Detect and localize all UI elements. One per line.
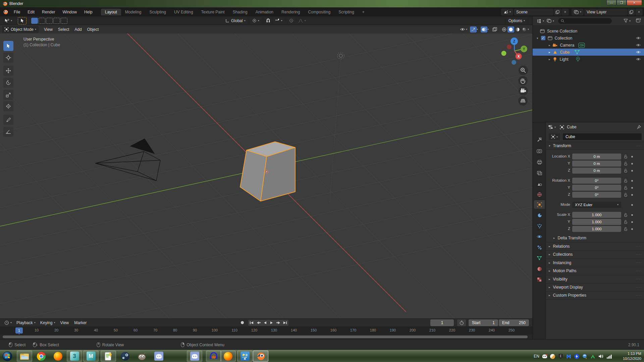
delta-transform-subpanel[interactable]: ▸ Delta Transform (546, 234, 644, 242)
taskbar-discord[interactable] (151, 351, 166, 362)
collection-expand-arrow[interactable]: ▾ (537, 37, 538, 40)
rotation-x-field[interactable]: 0° (572, 178, 621, 184)
visibility-dropdown-caret[interactable]: ▾ (466, 28, 467, 31)
animate-dot[interactable] (631, 228, 633, 230)
tab-add-workspace[interactable]: + (358, 9, 369, 15)
tab-physics[interactable] (534, 232, 545, 241)
timeline-editor-button[interactable]: ▾ (2, 319, 14, 326)
start-frame-field[interactable]: Start1 (469, 319, 498, 326)
tab-world[interactable] (534, 190, 545, 199)
outliner-row-light[interactable]: ▸ Light (533, 56, 644, 63)
orientation-gizmo[interactable]: Z Y X (501, 38, 528, 65)
proportional-falloff-dropdown[interactable]: ▾ (296, 17, 308, 24)
location-z-field[interactable]: 0 m (572, 168, 621, 174)
timeline-ruler[interactable]: 1 10 20 30 40 50 60 70 80 90 100 110 120… (0, 326, 532, 335)
play-button[interactable] (268, 320, 275, 326)
tray-volume-icon[interactable] (598, 354, 604, 359)
taskbar-firefox-2[interactable] (220, 351, 236, 362)
shading-wireframe-button[interactable] (501, 26, 507, 33)
panel-custom-properties[interactable]: ▸ Custom Properties ···· (546, 291, 644, 300)
panel-collections[interactable]: ▸ Collections ···· (546, 250, 644, 259)
next-keyframe-button[interactable] (275, 320, 282, 326)
tab-scripting[interactable]: Scripting (334, 9, 358, 15)
tab-sculpting[interactable]: Sculpting (146, 9, 170, 15)
tab-object[interactable] (534, 200, 545, 209)
minimize-button[interactable]: — (606, 0, 616, 6)
scene-new-button[interactable] (554, 9, 561, 15)
animate-dot[interactable] (631, 187, 633, 189)
outliner-row-cube[interactable]: ▸ Cube (533, 49, 644, 56)
perspective-toggle-button[interactable] (518, 96, 528, 106)
use-preview-range-button[interactable] (457, 319, 466, 326)
animate-dot[interactable] (631, 156, 633, 158)
panel-relations[interactable]: ▸ Relations ···· (546, 242, 644, 250)
shading-material-button[interactable] (514, 26, 521, 33)
maximize-button[interactable]: ❐ (616, 0, 627, 6)
tab-texture[interactable] (534, 275, 545, 284)
scene-unlink-button[interactable]: × (561, 9, 569, 15)
taskbar-gimp[interactable] (134, 351, 150, 362)
tab-texture-paint[interactable]: Texture Paint (197, 9, 229, 15)
tool-settings-editor-button[interactable]: ▾ (2, 17, 14, 24)
options-dropdown[interactable]: Options▾ (506, 17, 527, 24)
lock-icon[interactable] (624, 193, 628, 198)
collection-checkbox[interactable]: ✓ (541, 36, 545, 40)
taskbar-system-panel[interactable] (237, 351, 253, 362)
tab-particles[interactable] (534, 222, 545, 230)
panel-motion-paths[interactable]: ▸ Motion Paths ···· (546, 267, 644, 275)
pin-icon[interactable] (637, 125, 641, 129)
tab-compositing[interactable]: Compositing (304, 9, 334, 15)
panel-instancing[interactable]: ▸ Instancing ···· (546, 258, 644, 267)
lock-icon[interactable] (624, 179, 628, 184)
proportional-editing-button[interactable] (287, 17, 296, 24)
lock-icon[interactable] (624, 155, 628, 160)
object-name-field[interactable]: Cube (563, 133, 642, 140)
title-bar[interactable]: Blender — ❐ ✕ (0, 0, 644, 7)
tray-thunderbolt-icon[interactable] (574, 354, 580, 359)
tab-constraints[interactable] (534, 243, 545, 252)
tray-epic-games-icon[interactable] (558, 354, 564, 359)
rotation-mode-dropdown[interactable]: XYZ Euler ▾ (572, 202, 621, 208)
tool-scale[interactable] (3, 90, 13, 100)
tray-weather-icon[interactable] (550, 354, 555, 359)
hide-eye-icon[interactable] (636, 43, 641, 47)
menu-view[interactable]: View (41, 27, 55, 32)
snap-toggle-button[interactable] (264, 17, 272, 24)
tool-annotate[interactable] (3, 115, 13, 125)
language-indicator[interactable]: EN (534, 354, 539, 359)
timeline-marker-menu[interactable]: Marker (71, 320, 89, 325)
panel-viewport-display[interactable]: ▸ Viewport Display ···· (546, 283, 644, 292)
location-x-field[interactable]: 0 m (572, 154, 621, 160)
panel-drag-handle[interactable]: ···· (636, 269, 642, 273)
taskbar-audacity[interactable] (206, 351, 221, 362)
prev-keyframe-button[interactable] (255, 320, 262, 326)
gizmos-dropdown-caret[interactable]: ▾ (477, 28, 478, 31)
auto-keying-button[interactable] (239, 320, 246, 326)
tab-rendering[interactable]: Rendering (277, 9, 304, 15)
tray-autodesk-icon[interactable] (590, 354, 596, 359)
tool-cursor[interactable] (3, 53, 13, 63)
panel-drag-handle[interactable]: ···· (636, 277, 642, 281)
object-id-browse-button[interactable]: ▾ (549, 133, 560, 140)
tray-discord-icon[interactable] (542, 354, 547, 359)
panel-drag-handle[interactable]: ···· (636, 144, 642, 148)
tab-view-layer[interactable] (534, 169, 545, 177)
camera-view-button[interactable] (519, 86, 528, 96)
timeline-scrollbar[interactable] (0, 335, 532, 339)
blender-menu-icon[interactable] (3, 9, 8, 15)
tool-measure[interactable] (3, 127, 13, 137)
tab-object-data[interactable] (534, 254, 545, 262)
lock-icon[interactable] (624, 162, 628, 167)
close-button[interactable]: ✕ (627, 0, 642, 6)
tab-shading[interactable]: Shading (229, 9, 252, 15)
view-layer-remove-button[interactable]: × (635, 9, 643, 15)
animate-dot[interactable] (631, 170, 633, 172)
select-mode-set-button[interactable] (31, 18, 38, 24)
tray-update-warning-icon[interactable] (582, 354, 588, 359)
select-mode-invert-button[interactable] (53, 18, 60, 24)
start-button[interactable] (1, 351, 14, 362)
gizmo-neg-x-handle[interactable] (507, 45, 512, 49)
xray-toggle-button[interactable] (491, 26, 498, 33)
tab-layout[interactable]: Layout (101, 9, 121, 15)
taskbar-maya[interactable]: M (83, 351, 99, 362)
